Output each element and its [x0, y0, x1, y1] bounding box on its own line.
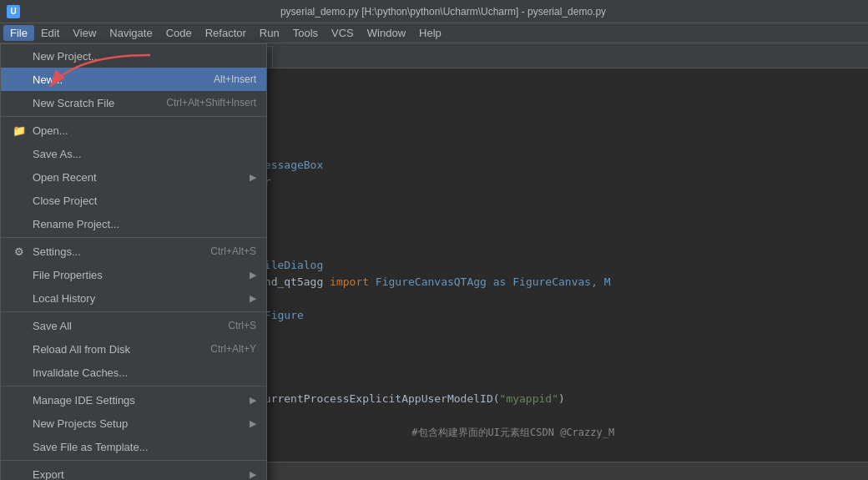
- menu-item-shortcut: Ctrl+S: [228, 320, 256, 331]
- app-icon: U: [7, 5, 20, 18]
- menu-item-new-projects-setup[interactable]: New Projects Setup▶: [1, 412, 266, 435]
- separator-3: [1, 116, 266, 117]
- menu-bar: File Edit View Navigate Code Refactor Ru…: [0, 23, 868, 43]
- menu-view[interactable]: View: [66, 25, 103, 41]
- menu-item-arrow-icon: ▶: [250, 270, 256, 280]
- menu-item-icon: 📁: [11, 124, 28, 137]
- separator-13: [1, 311, 266, 312]
- menu-item-reload-all-from-disk[interactable]: Reload All from DiskCtrl+Alt+Y: [1, 337, 266, 361]
- menu-item-arrow-icon: ▶: [250, 469, 256, 480]
- menu-item-open-recent[interactable]: Open Recent▶: [1, 165, 266, 189]
- menu-item-shortcut: Ctrl+Alt+Y: [210, 343, 256, 355]
- menu-item-label: New...: [33, 73, 214, 86]
- menu-item-label: Settings...: [33, 245, 210, 258]
- title-bar: U pyserial_demo.py [H:\python\python\Uch…: [0, 0, 868, 23]
- menu-item-label: Local History: [33, 292, 246, 305]
- menu-item-label: New Project...: [33, 50, 256, 63]
- menu-item-close-project[interactable]: Close Project: [1, 189, 266, 212]
- menu-item-rename-project[interactable]: Rename Project...: [1, 212, 266, 235]
- menu-file[interactable]: File: [3, 25, 34, 41]
- menu-item-label: Open Recent: [33, 171, 246, 184]
- menu-code[interactable]: Code: [159, 25, 199, 41]
- menu-item-label: Save All: [33, 320, 228, 332]
- menu-item-file-properties[interactable]: File Properties▶: [1, 263, 266, 286]
- menu-item-save-all[interactable]: Save AllCtrl+S: [1, 314, 266, 337]
- menu-refactor[interactable]: Refactor: [199, 25, 253, 41]
- menu-item-label: Close Project: [33, 195, 256, 207]
- menu-item-label: New Scratch File: [33, 97, 166, 109]
- menu-help[interactable]: Help: [412, 25, 448, 41]
- separator-17: [1, 386, 266, 387]
- menu-item-label: Save As...: [33, 148, 256, 160]
- menu-navigate[interactable]: Navigate: [103, 25, 159, 41]
- menu-item-local-history[interactable]: Local History▶: [1, 286, 266, 310]
- menu-item-label: Rename Project...: [33, 218, 256, 230]
- menu-item-save-as[interactable]: Save As...: [1, 142, 266, 165]
- separator-9: [1, 237, 266, 238]
- menu-item-label: Reload All from Disk: [33, 343, 210, 356]
- menu-item-manage-ide-settings[interactable]: Manage IDE Settings▶: [1, 388, 266, 412]
- menu-item-label: Manage IDE Settings: [33, 394, 246, 407]
- menu-item-open[interactable]: 📁Open...: [1, 119, 266, 142]
- menu-item-icon: ⚙: [11, 245, 28, 258]
- menu-item-arrow-icon: ▶: [250, 172, 256, 183]
- menu-item-new-project[interactable]: New Project...: [1, 44, 266, 68]
- separator-21: [1, 460, 266, 461]
- menu-item-label: Save File as Template...: [33, 441, 256, 453]
- menu-item-arrow-icon: ▶: [250, 395, 256, 406]
- menu-item-new-scratch-file[interactable]: New Scratch FileCtrl+Alt+Shift+Insert: [1, 91, 266, 114]
- menu-item-settings[interactable]: ⚙Settings...Ctrl+Alt+S: [1, 240, 266, 263]
- menu-item-shortcut: Ctrl+Alt+Shift+Insert: [166, 97, 256, 109]
- menu-item-arrow-icon: ▶: [250, 418, 256, 429]
- menu-item-invalidate-caches[interactable]: Invalidate Caches...: [1, 361, 266, 384]
- menu-item-label: New Projects Setup: [33, 417, 246, 430]
- file-menu-dropdown: New Project...New...Alt+InsertNew Scratc…: [0, 43, 267, 480]
- menu-item-shortcut: Ctrl+Alt+S: [210, 245, 256, 257]
- menu-item-label: Export: [33, 468, 246, 481]
- menu-item-label: File Properties: [33, 269, 246, 281]
- menu-run[interactable]: Run: [253, 25, 286, 41]
- menu-vcs[interactable]: VCS: [325, 25, 361, 41]
- menu-edit[interactable]: Edit: [34, 25, 66, 41]
- menu-item-label: Invalidate Caches...: [33, 366, 256, 379]
- menu-item-save-file-as-template[interactable]: Save File as Template...: [1, 435, 266, 458]
- menu-tools[interactable]: Tools: [286, 25, 325, 41]
- menu-item-shortcut: Alt+Insert: [214, 73, 256, 85]
- title-bar-text: pyserial_demo.py [H:\python\python\Uchar…: [25, 6, 861, 18]
- menu-window[interactable]: Window: [361, 25, 412, 41]
- menu-item-export[interactable]: Export▶: [1, 462, 266, 480]
- menu-item-new[interactable]: New...Alt+Insert: [1, 68, 266, 91]
- menu-item-label: Open...: [33, 124, 256, 137]
- menu-item-arrow-icon: ▶: [250, 293, 256, 304]
